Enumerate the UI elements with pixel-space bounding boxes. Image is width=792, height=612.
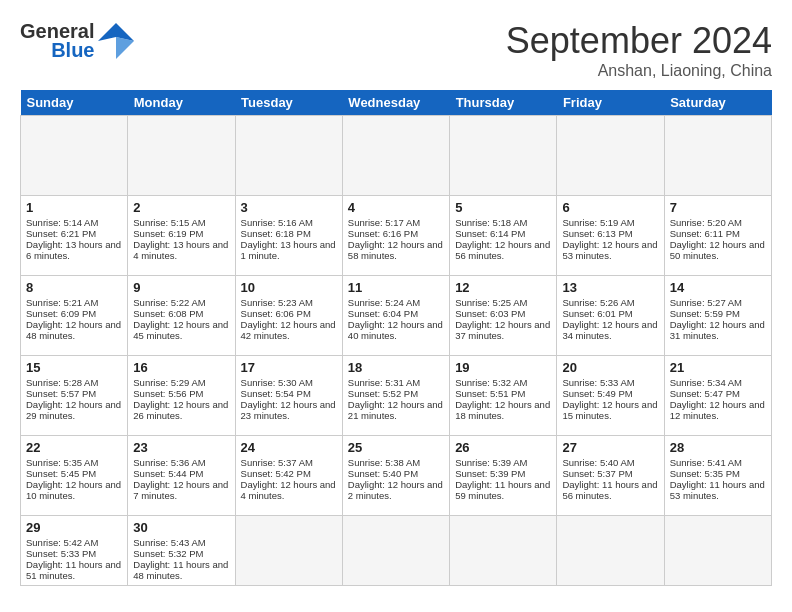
col-sunday: Sunday	[21, 90, 128, 116]
cell-sep24: 24 Sunrise: 5:37 AMSunset: 5:42 PMDaylig…	[235, 436, 342, 516]
header: General Blue September 2024 Anshan, Liao…	[20, 20, 772, 80]
month-title: September 2024	[506, 20, 772, 62]
cell-sep29: 29 Sunrise: 5:42 AMSunset: 5:33 PMDaylig…	[21, 516, 128, 586]
table-row: 15 Sunrise: 5:28 AMSunset: 5:57 PMDaylig…	[21, 356, 772, 436]
cell-sep26: 26 Sunrise: 5:39 AMSunset: 5:39 PMDaylig…	[450, 436, 557, 516]
cell-empty	[450, 516, 557, 586]
cell-empty	[664, 516, 771, 586]
location: Anshan, Liaoning, China	[506, 62, 772, 80]
cell-sep18: 18 Sunrise: 5:31 AMSunset: 5:52 PMDaylig…	[342, 356, 449, 436]
cell-empty	[235, 116, 342, 196]
cell-sep8: 8 Sunrise: 5:21 AMSunset: 6:09 PMDayligh…	[21, 276, 128, 356]
col-saturday: Saturday	[664, 90, 771, 116]
cell-sep2: 2 Sunrise: 5:15 AMSunset: 6:19 PMDayligh…	[128, 196, 235, 276]
cell-sep23: 23 Sunrise: 5:36 AMSunset: 5:44 PMDaylig…	[128, 436, 235, 516]
table-row	[21, 116, 772, 196]
cell-sep5: 5 Sunrise: 5:18 AMSunset: 6:14 PMDayligh…	[450, 196, 557, 276]
cell-empty	[235, 516, 342, 586]
col-monday: Monday	[128, 90, 235, 116]
logo-blue: Blue	[51, 39, 94, 62]
cell-sep30: 30 Sunrise: 5:43 AMSunset: 5:32 PMDaylig…	[128, 516, 235, 586]
cell-sep14: 14 Sunrise: 5:27 AMSunset: 5:59 PMDaylig…	[664, 276, 771, 356]
cell-empty	[342, 516, 449, 586]
cell-sep19: 19 Sunrise: 5:32 AMSunset: 5:51 PMDaylig…	[450, 356, 557, 436]
cell-sep22: 22 Sunrise: 5:35 AMSunset: 5:45 PMDaylig…	[21, 436, 128, 516]
cell-sep25: 25 Sunrise: 5:38 AMSunset: 5:40 PMDaylig…	[342, 436, 449, 516]
cell-sep11: 11 Sunrise: 5:24 AMSunset: 6:04 PMDaylig…	[342, 276, 449, 356]
cell-sep1: 1 Sunrise: 5:14 AMSunset: 6:21 PMDayligh…	[21, 196, 128, 276]
logo: General Blue	[20, 20, 134, 62]
table-row: 29 Sunrise: 5:42 AMSunset: 5:33 PMDaylig…	[21, 516, 772, 586]
col-tuesday: Tuesday	[235, 90, 342, 116]
title-block: September 2024 Anshan, Liaoning, China	[506, 20, 772, 80]
cell-empty	[128, 116, 235, 196]
table-row: 8 Sunrise: 5:21 AMSunset: 6:09 PMDayligh…	[21, 276, 772, 356]
cell-empty	[450, 116, 557, 196]
calendar-table: Sunday Monday Tuesday Wednesday Thursday…	[20, 90, 772, 586]
cell-sep13: 13 Sunrise: 5:26 AMSunset: 6:01 PMDaylig…	[557, 276, 664, 356]
cell-sep28: 28 Sunrise: 5:41 AMSunset: 5:35 PMDaylig…	[664, 436, 771, 516]
cell-empty	[342, 116, 449, 196]
logo-bird-icon	[98, 21, 134, 61]
cell-sep4: 4 Sunrise: 5:17 AMSunset: 6:16 PMDayligh…	[342, 196, 449, 276]
table-row: 22 Sunrise: 5:35 AMSunset: 5:45 PMDaylig…	[21, 436, 772, 516]
col-friday: Friday	[557, 90, 664, 116]
cell-empty	[21, 116, 128, 196]
cell-sep17: 17 Sunrise: 5:30 AMSunset: 5:54 PMDaylig…	[235, 356, 342, 436]
cell-sep15: 15 Sunrise: 5:28 AMSunset: 5:57 PMDaylig…	[21, 356, 128, 436]
cell-sep12: 12 Sunrise: 5:25 AMSunset: 6:03 PMDaylig…	[450, 276, 557, 356]
cell-empty	[664, 116, 771, 196]
cell-sep6: 6 Sunrise: 5:19 AMSunset: 6:13 PMDayligh…	[557, 196, 664, 276]
cell-sep10: 10 Sunrise: 5:23 AMSunset: 6:06 PMDaylig…	[235, 276, 342, 356]
cell-sep7: 7 Sunrise: 5:20 AMSunset: 6:11 PMDayligh…	[664, 196, 771, 276]
cell-sep21: 21 Sunrise: 5:34 AMSunset: 5:47 PMDaylig…	[664, 356, 771, 436]
cell-empty	[557, 516, 664, 586]
cell-sep27: 27 Sunrise: 5:40 AMSunset: 5:37 PMDaylig…	[557, 436, 664, 516]
cell-sep3: 3 Sunrise: 5:16 AMSunset: 6:18 PMDayligh…	[235, 196, 342, 276]
cell-sep20: 20 Sunrise: 5:33 AMSunset: 5:49 PMDaylig…	[557, 356, 664, 436]
cell-empty	[557, 116, 664, 196]
cell-sep16: 16 Sunrise: 5:29 AMSunset: 5:56 PMDaylig…	[128, 356, 235, 436]
page: General Blue September 2024 Anshan, Liao…	[0, 0, 792, 612]
cell-sep9: 9 Sunrise: 5:22 AMSunset: 6:08 PMDayligh…	[128, 276, 235, 356]
col-wednesday: Wednesday	[342, 90, 449, 116]
col-thursday: Thursday	[450, 90, 557, 116]
table-row: 1 Sunrise: 5:14 AMSunset: 6:21 PMDayligh…	[21, 196, 772, 276]
header-row: Sunday Monday Tuesday Wednesday Thursday…	[21, 90, 772, 116]
